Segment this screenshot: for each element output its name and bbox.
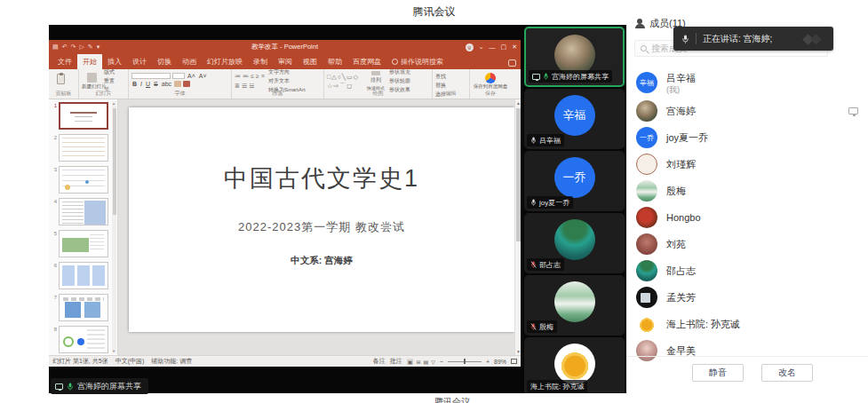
- member-row[interactable]: 刘苑: [626, 231, 868, 257]
- zoom-in-icon[interactable]: +: [486, 359, 490, 365]
- slide-thumbnail[interactable]: 7: [51, 294, 110, 326]
- view-switcher[interactable]: ▣ ⊞ ▤ ▽: [407, 359, 435, 365]
- slide-scrollbar[interactable]: [514, 99, 521, 355]
- grow-font-icon[interactable]: A˄: [187, 73, 196, 79]
- member-row[interactable]: Hongbo: [626, 204, 868, 231]
- slides-group[interactable]: 新建幻灯片 版式 重置 节 幻灯片: [79, 69, 129, 99]
- arrange-icon[interactable]: [371, 71, 380, 75]
- reading-view-icon[interactable]: ▤: [424, 359, 429, 365]
- tab-help[interactable]: 帮助: [323, 54, 347, 69]
- rename-button[interactable]: 改名: [761, 364, 813, 382]
- shapes-gallery[interactable]: □△○╲▭◇☆⇨⌒◻: [327, 74, 362, 91]
- video-tile[interactable]: 邵占志: [524, 213, 625, 273]
- highlight-icon[interactable]: [174, 81, 181, 87]
- tab-insert[interactable]: 插入: [102, 54, 127, 69]
- notes-button[interactable]: 备注: [373, 357, 386, 366]
- tab-design[interactable]: 设计: [127, 54, 152, 69]
- shrink-font-icon[interactable]: A˅: [198, 73, 208, 79]
- font-color-icon[interactable]: [183, 81, 190, 87]
- mute-button[interactable]: 静音: [692, 364, 744, 382]
- slide-sorter-icon[interactable]: ⊞: [416, 359, 420, 365]
- underline-button[interactable]: U: [145, 81, 151, 87]
- account-avatar[interactable]: g: [466, 43, 474, 51]
- slide-thumbnail[interactable]: 1: [51, 102, 110, 134]
- avatar: [636, 260, 657, 281]
- lightbulb-icon: [392, 59, 398, 65]
- comment-icon[interactable]: [508, 59, 516, 67]
- slide-subtitle: 2022-2023第一学期 教改尝试: [129, 219, 514, 235]
- slide-thumbnail[interactable]: 8: [51, 326, 110, 358]
- ppt-titlebar: ▤ ↶ ↷ ▷ ✎ ▾ 教学改革 - PowerPoint g ⌄ — ▢ ✕: [49, 40, 521, 54]
- baidu-save-group[interactable]: 保存到百度网盘 保存: [470, 69, 511, 99]
- strikethrough-button[interactable]: S: [153, 81, 159, 87]
- baidu-netdisk-icon[interactable]: [485, 73, 496, 83]
- accessibility-status[interactable]: 辅助功能: 调查: [151, 357, 192, 366]
- divider: [696, 33, 697, 44]
- tell-me-search[interactable]: 操作说明搜索: [386, 54, 449, 69]
- tab-home[interactable]: 开始: [77, 54, 102, 69]
- font-size-box[interactable]: [172, 73, 185, 79]
- video-tile-screenshare[interactable]: 宫海婷的屏幕共享: [524, 27, 625, 87]
- thumbnail-scrollbar[interactable]: [112, 101, 116, 353]
- language-indicator[interactable]: 中文(中国): [115, 357, 145, 366]
- member-row[interactable]: 海上书院: 孙克诚: [626, 311, 868, 337]
- normal-view-icon[interactable]: ▣: [407, 359, 414, 365]
- avatar: [636, 207, 657, 228]
- font-name-box[interactable]: [131, 73, 171, 79]
- member-row[interactable]: 殷梅: [626, 178, 868, 204]
- paragraph-icons[interactable]: ≔≕≤≥≡≣☰☱: [235, 74, 265, 91]
- slide-thumbnail[interactable]: 3: [51, 166, 110, 198]
- member-row[interactable]: 宫海婷: [626, 98, 868, 124]
- video-tile[interactable]: 辛福 吕辛福: [524, 89, 625, 149]
- tab-review[interactable]: 审阅: [273, 54, 298, 69]
- tab-baidu-netdisk[interactable]: 百度网盘: [347, 54, 386, 69]
- member-sharing-icon: [848, 107, 858, 115]
- italic-button[interactable]: I: [139, 81, 143, 87]
- slide-title: 中国古代文学史1: [129, 162, 514, 194]
- video-tile[interactable]: 殷梅: [524, 275, 625, 336]
- new-slide-icon[interactable]: [87, 73, 97, 83]
- member-name: 孟关芳: [666, 291, 696, 304]
- member-row[interactable]: 刘瑾辉: [626, 151, 868, 178]
- clipboard-group[interactable]: 剪贴板: [49, 69, 79, 99]
- editing-group[interactable]: 查找 替换 选择 编辑: [433, 69, 470, 99]
- paragraph-group[interactable]: ≔≕≤≥≡≣☰☱ 文字方向 对齐文本 转换为SmartArt 段落: [232, 69, 324, 99]
- fit-slide-icon[interactable]: [511, 359, 517, 364]
- member-row[interactable]: 辛福 吕辛福 (我): [626, 67, 868, 98]
- comments-button[interactable]: 批注: [390, 357, 402, 366]
- tab-record[interactable]: 录制: [248, 54, 273, 69]
- slide-thumbnail[interactable]: 2: [51, 134, 110, 166]
- video-tile[interactable]: 海上书院: 孙克诚: [524, 337, 625, 393]
- ppt-close-icon[interactable]: ✕: [512, 43, 517, 51]
- drawing-group[interactable]: □△○╲▭◇☆⇨⌒◻ 排列 快速样式 形状填充 形状轮廓 形状效果 绘图: [324, 69, 433, 99]
- current-slide[interactable]: 中国古代文学史1 2022-2023第一学期 教改尝试 中文系: 宫海婷: [129, 107, 514, 332]
- tab-slideshow[interactable]: 幻灯片放映: [202, 54, 248, 69]
- ppt-maximize-icon[interactable]: ▢: [501, 43, 507, 51]
- ppt-minimize-icon[interactable]: —: [490, 44, 496, 51]
- slide-thumbnail[interactable]: 6: [51, 262, 110, 294]
- bold-button[interactable]: B: [131, 81, 138, 87]
- video-tile[interactable]: 一乔 joy夏一乔: [524, 151, 625, 211]
- zoom-percentage[interactable]: 89%: [494, 359, 506, 365]
- tab-view[interactable]: 视图: [298, 54, 323, 69]
- avatar: 一乔: [554, 157, 595, 198]
- slide-thumbnail[interactable]: 4: [51, 198, 110, 230]
- meeting-logo-icon: [802, 33, 825, 45]
- member-row[interactable]: 孟关芳: [626, 284, 868, 311]
- member-row[interactable]: 邵占志: [626, 257, 868, 284]
- slideshow-view-icon[interactable]: ▽: [431, 359, 435, 365]
- tab-animations[interactable]: 动画: [177, 54, 202, 69]
- tab-transitions[interactable]: 切换: [152, 54, 177, 69]
- slide-thumbnail[interactable]: 5: [51, 230, 110, 262]
- tile-name: joy夏一乔: [539, 198, 569, 208]
- zoom-slider[interactable]: [448, 361, 482, 362]
- zoom-out-icon[interactable]: −: [440, 359, 443, 365]
- paste-icon[interactable]: [57, 74, 65, 84]
- tab-file[interactable]: 文件: [52, 54, 77, 69]
- screen-share-icon: [55, 383, 63, 390]
- ribbon-display-icon[interactable]: ⌄: [479, 43, 484, 51]
- font-group[interactable]: A˄ A˅ B I U S abc 字体: [129, 69, 232, 99]
- clear-format-button[interactable]: abc: [161, 81, 172, 87]
- member-row[interactable]: 一乔 joy夏一乔: [626, 124, 868, 151]
- avatar: [554, 344, 595, 384]
